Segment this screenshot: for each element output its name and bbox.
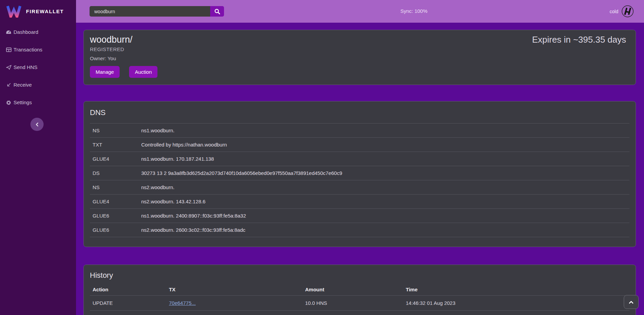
domain-title: woodburn/ <box>90 34 132 45</box>
dns-record-row: GLUE6 ns2.woodburn. 2600:3c02::f03c:93ff… <box>90 223 629 237</box>
dns-record-type: GLUE4 <box>90 152 139 166</box>
dns-record-row: GLUE4 ns2.woodburn. 143.42.128.6 <box>90 195 629 209</box>
dns-record-value: Controlled by https://nathan.woodburn <box>139 138 629 152</box>
receive-arrow-icon <box>6 83 11 87</box>
sidebar-item-settings[interactable]: Settings <box>0 94 76 111</box>
history-col-amount: Amount <box>302 284 403 296</box>
dns-record-row: NS ns2.woodburn. <box>90 180 629 195</box>
history-amount: 10.0 HNS <box>302 311 403 315</box>
dns-card: DNS NS ns1.woodburn. TXT Controlled by h… <box>83 101 636 247</box>
sidebar-nav: Dashboard Transactions Send HNS Receive … <box>0 23 76 111</box>
history-header-row: Action TX Amount Time <box>90 284 629 296</box>
dns-record-row: NS ns1.woodburn. <box>90 123 629 138</box>
dns-section-title: DNS <box>90 108 629 117</box>
transactions-table-icon <box>6 47 11 52</box>
dashboard-gauge-icon <box>6 30 11 35</box>
dns-record-value: ns1.woodburn. 170.187.241.138 <box>139 152 629 166</box>
history-section-title: History <box>90 271 629 280</box>
chevron-left-icon <box>35 122 39 127</box>
dns-record-value: ns2.woodburn. 143.42.128.6 <box>139 195 629 209</box>
sidebar-item-label: Transactions <box>14 46 42 53</box>
tx-link[interactable]: 70e64775... <box>169 300 196 306</box>
dns-record-row: TXT Controlled by https://nathan.woodbur… <box>90 138 629 152</box>
history-col-time: Time <box>403 284 629 296</box>
domain-owner: Owner: You <box>90 55 626 62</box>
history-time: 14:46:32 01 Aug 2023 <box>403 296 629 311</box>
settings-gear-icon <box>6 100 11 105</box>
wallet-chip[interactable]: cold <box>610 5 634 18</box>
sidebar-item-send-hns[interactable]: Send HNS <box>0 59 76 76</box>
sidebar-item-transactions[interactable]: Transactions <box>0 41 76 59</box>
history-amount: 10.0 HNS <box>302 296 403 311</box>
scroll-to-top-button[interactable] <box>624 295 639 309</box>
sidebar-collapse-button[interactable] <box>30 118 44 131</box>
dns-record-type: TXT <box>90 138 139 152</box>
dns-record-value: ns2.woodburn. <box>139 180 629 195</box>
sync-status: Sync: 100% <box>400 8 427 14</box>
dns-record-type: GLUE4 <box>90 195 139 209</box>
send-plane-icon <box>6 65 11 70</box>
topbar: Sync: 100% cold <box>76 0 644 23</box>
search-button[interactable] <box>210 6 224 17</box>
wallet-name: cold <box>610 9 618 14</box>
history-table: Action TX Amount Time UPDATE 70e64775...… <box>90 284 629 315</box>
domain-card: woodburn/ Expires in ~395.35 days REGIST… <box>83 30 636 85</box>
auction-button[interactable]: Auction <box>129 66 157 78</box>
handshake-logo-icon <box>621 5 634 18</box>
dns-record-type: NS <box>90 180 139 195</box>
history-col-tx: TX <box>166 284 302 296</box>
dns-record-type: GLUE6 <box>90 209 139 223</box>
brand[interactable]: FIREWALLET <box>0 0 76 23</box>
dns-record-value: ns1.woodburn. <box>139 123 629 138</box>
history-action: RENEW <box>90 311 166 315</box>
history-row: UPDATE 70e64775... 10.0 HNS 14:46:32 01 … <box>90 296 629 311</box>
dns-record-value: ns1.woodburn. 2400:8907::f03c:93ff:fe5a:… <box>139 209 629 223</box>
search-input[interactable] <box>90 6 210 17</box>
sidebar-item-label: Receive <box>14 81 32 89</box>
main-content: woodburn/ Expires in ~395.35 days REGIST… <box>76 23 644 315</box>
dns-record-type: DS <box>90 166 139 180</box>
dns-record-value: 30273 13 2 9a3a8fb3d625d2a2073d740f10da6… <box>139 166 629 180</box>
manage-button[interactable]: Manage <box>90 66 120 78</box>
history-time: 15:47:36 07 Feb 2023 <box>403 311 629 315</box>
history-col-action: Action <box>90 284 166 296</box>
history-row: RENEW d73c5e6... 10.0 HNS 15:47:36 07 Fe… <box>90 311 629 315</box>
sidebar-item-label: Dashboard <box>14 28 38 36</box>
dns-record-row: GLUE6 ns1.woodburn. 2400:8907::f03c:93ff… <box>90 209 629 223</box>
sidebar: FIREWALLET Dashboard Transactions Send H… <box>0 0 76 315</box>
dns-record-type: NS <box>90 123 139 138</box>
search-group <box>90 6 224 17</box>
sidebar-item-label: Settings <box>14 99 32 106</box>
sidebar-item-receive[interactable]: Receive <box>0 76 76 94</box>
history-action: UPDATE <box>90 296 166 311</box>
dns-record-type: GLUE6 <box>90 223 139 237</box>
dns-record-row: DS 30273 13 2 9a3a8fb3d625d2a2073d740f10… <box>90 166 629 180</box>
dns-record-row: GLUE4 ns1.woodburn. 170.187.241.138 <box>90 152 629 166</box>
sidebar-item-label: Send HNS <box>14 64 38 71</box>
firewallet-w-logo-icon <box>6 5 22 18</box>
brand-name: FIREWALLET <box>26 8 64 14</box>
dns-record-value: ns2.woodburn. 2600:3c02::f03c:93ff:fe5a:… <box>139 223 629 237</box>
dns-table: NS ns1.woodburn. TXT Controlled by https… <box>90 123 629 237</box>
history-card: History Action TX Amount Time UPDATE 70e… <box>83 265 636 315</box>
domain-status: REGISTERED <box>90 46 626 53</box>
chevron-up-icon <box>629 300 634 304</box>
domain-expiry: Expires in ~395.35 days <box>532 34 626 45</box>
sidebar-item-dashboard[interactable]: Dashboard <box>0 23 76 41</box>
search-icon <box>214 8 220 15</box>
